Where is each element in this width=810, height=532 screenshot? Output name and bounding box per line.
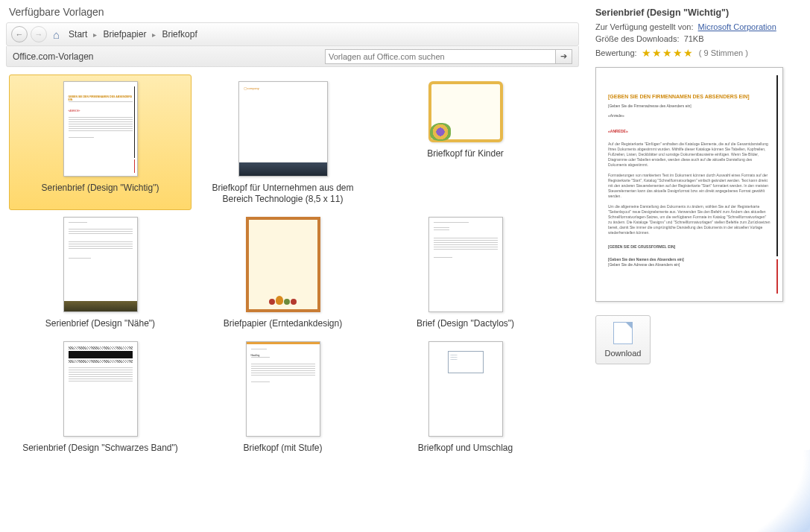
search-wrap: ➔ [325,49,572,64]
template-thumb: Heading [246,341,320,437]
template-thumb [246,217,320,312]
download-button[interactable]: Download [595,315,651,364]
template-label: Serienbrief (Design "Nähe") [45,318,155,329]
template-preview: [GEBEN SIE DEN FIRMENNAMEN DES ABSENDERS… [595,67,783,302]
template-tile[interactable]: Serienbrief (Design "Nähe") [9,210,192,335]
provider-link[interactable]: Microsoft Corporation [698,22,776,31]
template-label: Serienbrief (Design "Schwarzes Band") [22,443,178,454]
home-icon[interactable]: ⌂ [53,28,60,41]
template-tile[interactable]: GEBEN SIE DEN FIRMENNAMEN DES ABSENDERS … [9,75,192,210]
nav-forward-button[interactable]: → [31,26,47,42]
votes-text: ( 9 Stimmen ) [699,48,748,57]
preview-sender-name: [Geben Sie den Namen des Absenders ein] [608,257,771,262]
rating-row: Bewertung: ★★★★★ ( 9 Stimmen ) [595,46,803,58]
preview-sender-addr: [Geben Sie die Adresse des Absenders ein… [608,262,771,267]
template-thumb [63,217,138,312]
template-thumb [63,341,138,437]
template-tile[interactable]: Brief (Design "Dactylos") [374,210,557,335]
template-label: Briefkopf und Umschlag [418,443,513,454]
template-tile[interactable]: Heading Briefkopf (mit Stufe) [192,335,374,459]
breadcrumb-bar: ← → ⌂ Start ▸ Briefpapier ▸ Briefkopf [6,22,579,46]
pane-title: Verfügbare Vorlagen [9,6,585,18]
document-icon [613,322,633,344]
template-tile[interactable]: addressaddressaddress Briefkopf und Umsc… [374,335,557,459]
provider-label: Zur Verfügung gestellt von: [595,22,693,31]
template-thumb: GEBEN SIE DEN FIRMENNAMEN DES ABSENDERS … [63,81,138,177]
size-value: 71KB [684,34,704,43]
nav-back-button[interactable]: ← [11,26,28,42]
template-label: Briefkopf für Kinder [427,148,504,159]
preview-heading: [GEBEN SIE DEN FIRMENNAMEN DES ABSENDERS… [608,93,771,101]
chevron-right-icon: ▸ [152,31,156,39]
source-bar: Office.com-Vorlagen ➔ [6,46,579,67]
preview-closing: [GEBEN SIE DIE GRUSSFORMEL EIN] [608,244,771,250]
template-tile[interactable]: Briefpapier (Erntedankdesign) [192,210,374,335]
breadcrumb-briefpapier[interactable]: Briefpapier [100,29,149,39]
provider-row: Zur Verfügung gestellt von: Microsoft Co… [595,22,803,31]
template-thumb: ◯ company [238,81,328,177]
details-pane: Serienbrief (Design "Wichtig") Zur Verfü… [585,0,810,532]
search-input[interactable] [325,49,556,64]
template-tile[interactable]: Briefkopf für Kinder [374,75,557,210]
preview-line: [Geben Sie die Firmenadresse des Absende… [608,104,771,109]
template-thumb [428,217,503,312]
template-label: Briefkopf für Unternehmen aus dem Bereic… [201,183,365,205]
template-label: Serienbrief (Design "Wichtig") [42,183,159,194]
download-label: Download [605,349,642,358]
breadcrumb-start[interactable]: Start [66,29,90,39]
star-icon: ★★★★★ [642,47,694,59]
preview-body: Auf der Registerkarte "Einfügen" enthalt… [608,142,771,235]
templates-pane: Verfügbare Vorlagen ← → ⌂ Start ▸ Briefp… [0,0,585,532]
chevron-right-icon: ▸ [93,31,97,39]
source-label: Office.com-Vorlagen [13,51,94,62]
template-label: Briefpapier (Erntedankdesign) [224,318,342,329]
preview-anrede: «Anrede» [608,113,771,118]
template-gallery[interactable]: GEBEN SIE DEN FIRMENNAMEN DES ABSENDERS … [6,67,585,532]
template-tile[interactable]: ◯ company Briefkopf für Unternehmen aus … [192,75,374,210]
template-label: Briefkopf (mit Stufe) [243,443,322,454]
preview-salutation: «ANREDE» [608,129,771,134]
breadcrumb-briefkopf[interactable]: Briefkopf [159,29,200,39]
template-label: Brief (Design "Dactylos") [417,318,514,329]
search-go-button[interactable]: ➔ [556,49,572,64]
size-row: Größe des Downloads: 71KB [595,34,803,43]
template-thumb: addressaddressaddress [428,341,503,437]
template-thumb [428,81,503,142]
details-title: Serienbrief (Design "Wichtig") [595,7,803,18]
size-label: Größe des Downloads: [595,34,680,43]
template-tile[interactable]: Serienbrief (Design "Schwarzes Band") [9,335,192,459]
rating-label: Bewertung: [595,48,637,57]
